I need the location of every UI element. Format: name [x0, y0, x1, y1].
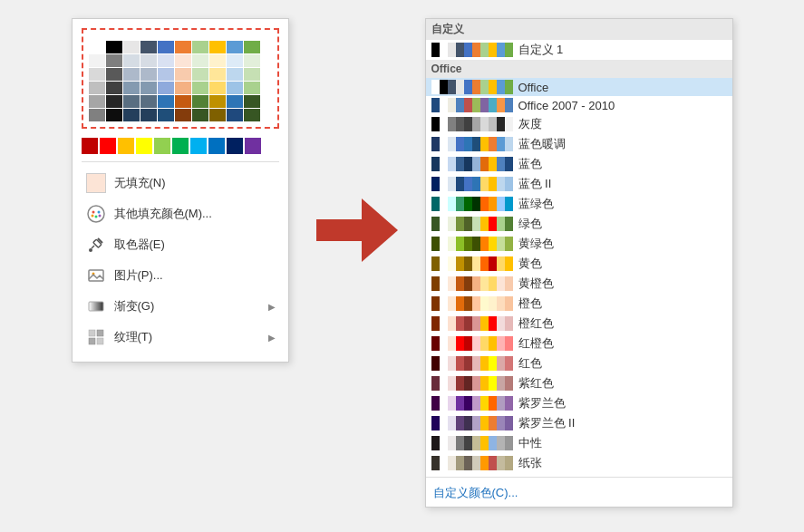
- theme-list-item[interactable]: 蓝色 II: [426, 174, 732, 194]
- theme-color-cell[interactable]: [106, 68, 122, 81]
- theme-list-item[interactable]: 橙红色: [426, 314, 732, 334]
- footer-link[interactable]: 自定义颜色(C)...: [426, 481, 732, 505]
- theme-color-cell[interactable]: [192, 109, 208, 121]
- theme-color-cell[interactable]: [106, 95, 122, 108]
- theme-list-item[interactable]: 蓝色: [426, 154, 732, 174]
- theme-color-cell[interactable]: [89, 109, 105, 121]
- theme-color-cell[interactable]: [175, 109, 191, 121]
- theme-list-item[interactable]: Office: [426, 78, 732, 96]
- theme-color-cell[interactable]: [244, 41, 260, 53]
- theme-color-cell[interactable]: [140, 68, 157, 81]
- theme-color-cell[interactable]: [209, 68, 226, 81]
- theme-color-cell[interactable]: [89, 82, 105, 94]
- right-theme-panel[interactable]: 自定义自定义 1OfficeOfficeOffice 2007 - 2010灰度…: [425, 18, 733, 508]
- theme-color-cell[interactable]: [158, 41, 174, 53]
- theme-color-cell[interactable]: [244, 68, 260, 81]
- theme-color-cell[interactable]: [175, 41, 191, 53]
- theme-color-cell[interactable]: [123, 95, 140, 108]
- theme-color-cell[interactable]: [158, 82, 174, 94]
- theme-color-cell[interactable]: [140, 54, 157, 67]
- theme-list-item[interactable]: 纸张: [426, 453, 732, 473]
- theme-color-cell[interactable]: [175, 68, 191, 81]
- theme-color-cell[interactable]: [244, 82, 260, 94]
- std-color-cell[interactable]: [190, 138, 207, 154]
- menu-item-texture[interactable]: 纹理(T)▶: [82, 322, 279, 353]
- theme-color-cell[interactable]: [123, 68, 140, 81]
- std-color-cell[interactable]: [227, 138, 243, 154]
- theme-color-cell[interactable]: [227, 68, 243, 81]
- menu-item-gradient[interactable]: 渐变(G)▶: [82, 291, 279, 322]
- theme-list-item[interactable]: 黄橙色: [426, 274, 732, 294]
- theme-color-cell[interactable]: [158, 68, 174, 81]
- theme-color-cell[interactable]: [192, 54, 208, 67]
- theme-color-cell[interactable]: [106, 109, 122, 121]
- theme-color-cell[interactable]: [175, 95, 191, 108]
- theme-color-cell[interactable]: [209, 54, 226, 67]
- menu-item-no-fill[interactable]: 无填充(N): [82, 168, 279, 198]
- theme-list-item[interactable]: 紫罗兰色: [426, 393, 732, 413]
- theme-color-cell[interactable]: [209, 95, 226, 108]
- theme-color-cell[interactable]: [227, 95, 243, 108]
- theme-list-item[interactable]: 自定义 1: [426, 40, 732, 60]
- theme-color-cell[interactable]: [175, 82, 191, 94]
- std-color-cell[interactable]: [136, 138, 152, 154]
- theme-list-item[interactable]: 绿色: [426, 214, 732, 234]
- theme-color-cell[interactable]: [192, 95, 208, 108]
- theme-list-item[interactable]: 中性: [426, 433, 732, 453]
- std-color-cell[interactable]: [208, 138, 225, 154]
- theme-list-item[interactable]: 黄绿色: [426, 234, 732, 254]
- std-color-cell[interactable]: [100, 138, 116, 154]
- theme-color-cell[interactable]: [227, 82, 243, 94]
- eyedropper-icon: [85, 234, 107, 256]
- theme-color-cell[interactable]: [140, 109, 157, 121]
- theme-color-cell[interactable]: [192, 68, 208, 81]
- theme-list-item[interactable]: Office 2007 - 2010: [426, 96, 732, 114]
- theme-color-cell[interactable]: [158, 54, 174, 67]
- theme-color-cell[interactable]: [158, 95, 174, 108]
- theme-color-cell[interactable]: [209, 41, 226, 53]
- theme-color-cell[interactable]: [89, 54, 105, 67]
- theme-color-cell[interactable]: [140, 41, 157, 53]
- std-color-cell[interactable]: [154, 138, 170, 154]
- theme-list-item[interactable]: 红橙色: [426, 334, 732, 353]
- theme-list-item[interactable]: 蓝色暖调: [426, 134, 732, 154]
- theme-color-cell[interactable]: [244, 95, 260, 108]
- theme-color-cell[interactable]: [140, 82, 157, 94]
- theme-color-cell[interactable]: [123, 82, 140, 94]
- theme-list-item[interactable]: 蓝绿色: [426, 194, 732, 214]
- theme-color-cell[interactable]: [123, 109, 140, 121]
- theme-color-cell[interactable]: [106, 54, 122, 67]
- theme-list-item[interactable]: 红色: [426, 353, 732, 373]
- std-color-cell[interactable]: [118, 138, 134, 154]
- theme-color-cell[interactable]: [192, 41, 208, 53]
- theme-color-cell[interactable]: [209, 82, 226, 94]
- theme-color-cell[interactable]: [89, 68, 105, 81]
- theme-color-cell[interactable]: [123, 54, 140, 67]
- theme-list-item[interactable]: 紫红色: [426, 373, 732, 393]
- theme-list-item[interactable]: 橙色: [426, 294, 732, 314]
- theme-color-cell[interactable]: [89, 41, 105, 53]
- theme-color-cell[interactable]: [140, 95, 157, 108]
- theme-color-cell[interactable]: [106, 82, 122, 94]
- theme-color-cell[interactable]: [227, 41, 243, 53]
- theme-color-cell[interactable]: [89, 95, 105, 108]
- theme-color-cell[interactable]: [227, 54, 243, 67]
- menu-item-other-fill[interactable]: 其他填充颜色(M)...: [82, 198, 279, 229]
- theme-list-item[interactable]: 灰度: [426, 114, 732, 134]
- theme-color-cell[interactable]: [106, 41, 122, 53]
- theme-color-cell[interactable]: [227, 109, 243, 121]
- theme-color-cell[interactable]: [175, 54, 191, 67]
- theme-color-cell[interactable]: [244, 109, 260, 121]
- menu-item-picture[interactable]: 图片(P)...: [82, 260, 279, 291]
- theme-list-item[interactable]: 黄色: [426, 254, 732, 274]
- theme-list-item[interactable]: 紫罗兰色 II: [426, 413, 732, 433]
- theme-color-cell[interactable]: [209, 109, 226, 121]
- std-color-cell[interactable]: [172, 138, 189, 154]
- theme-color-cell[interactable]: [123, 41, 140, 53]
- theme-color-cell[interactable]: [244, 54, 260, 67]
- std-color-cell[interactable]: [82, 138, 98, 154]
- menu-item-eyedropper[interactable]: 取色器(E): [82, 229, 279, 260]
- theme-color-cell[interactable]: [158, 109, 174, 121]
- theme-color-cell[interactable]: [192, 82, 208, 94]
- std-color-cell[interactable]: [245, 138, 261, 154]
